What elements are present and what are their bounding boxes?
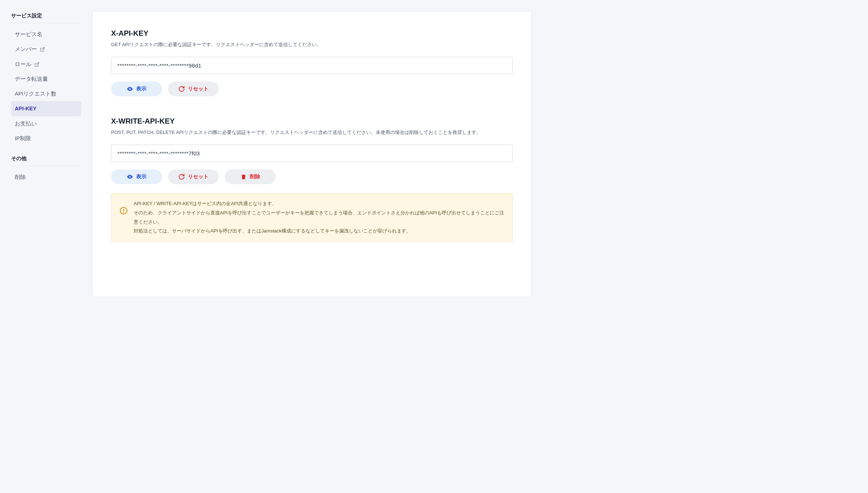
eye-icon — [127, 173, 133, 180]
sidebar-item-roles[interactable]: ロール — [11, 57, 81, 72]
api-key-value[interactable]: ********-****-****-****-********98d1 — [111, 57, 513, 74]
sidebar-item-label: API-KEY — [15, 105, 37, 112]
section-title-write-api-key: X-WRITE-API-KEY — [111, 117, 513, 125]
eye-icon — [127, 86, 133, 92]
svg-point-4 — [123, 212, 124, 213]
sidebar-item-label: メンバー — [15, 45, 37, 53]
api-key-buttons: 表示 リセット — [111, 82, 513, 96]
reset-write-api-key-button[interactable]: リセット — [168, 169, 219, 184]
sidebar-item-data-transfer[interactable]: データ転送量 — [11, 72, 81, 86]
refresh-icon — [178, 86, 185, 92]
button-label: 表示 — [136, 86, 147, 92]
sidebar-item-label: APIリクエスト数 — [15, 90, 56, 97]
warning-box: API-KEY / WRITE-API-KEYはサービス内の全API共通となりま… — [111, 193, 513, 242]
section-desc-write-api-key: POST, PUT, PATCH, DELETE APIリクエストの際に必要な認… — [111, 128, 513, 137]
write-api-key-value[interactable]: ********-****-****-****-********7f03 — [111, 145, 513, 162]
main-panel: X-API-KEY GET APIリクエストの際に必要な認証キーです。リクエスト… — [92, 11, 531, 297]
external-link-icon — [34, 62, 39, 67]
sidebar-item-label: データ転送量 — [15, 75, 48, 83]
warning-line-2: そのため、クライアントサイドから直接APIを呼び出すことでユーザーがキーを把握で… — [134, 208, 504, 227]
section-desc-api-key: GET APIリクエストの際に必要な認証キーです。リクエストヘッダーに含めて送信… — [111, 41, 513, 49]
show-write-api-key-button[interactable]: 表示 — [111, 169, 162, 184]
delete-write-api-key-button[interactable]: 削除 — [225, 169, 276, 184]
sidebar-item-api-key[interactable]: API-KEY — [11, 101, 81, 116]
svg-line-1 — [37, 62, 39, 65]
section-title-api-key: X-API-KEY — [111, 29, 513, 38]
sidebar-item-label: サービス名 — [15, 31, 42, 38]
sidebar-item-payment[interactable]: お支払い — [11, 116, 81, 131]
sidebar-item-api-requests[interactable]: APIリクエスト数 — [11, 86, 81, 101]
sidebar-group-title-other: その他 — [11, 155, 81, 166]
sidebar-item-label: 削除 — [15, 173, 26, 181]
warning-text: API-KEY / WRITE-API-KEYはサービス内の全API共通となりま… — [134, 199, 504, 236]
warning-icon — [120, 207, 128, 215]
warning-line-1: API-KEY / WRITE-API-KEYはサービス内の全API共通となりま… — [134, 199, 504, 208]
sidebar-group-title-service: サービス設定 — [11, 13, 81, 23]
warning-line-3: 対処法としては、サーバサイドからAPIを呼び出す、またはJamstack構成にす… — [134, 227, 504, 236]
button-label: 表示 — [136, 173, 147, 180]
sidebar-list-service: サービス名 メンバー ロール データ転送量 APIリクエスト数 — [11, 27, 81, 146]
section-api-key: X-API-KEY GET APIリクエストの際に必要な認証キーです。リクエスト… — [111, 29, 513, 96]
sidebar-item-delete[interactable]: 削除 — [11, 170, 81, 185]
sidebar: サービス設定 サービス名 メンバー ロール データ転送量 APIリク — [11, 11, 81, 297]
reset-api-key-button[interactable]: リセット — [168, 82, 219, 96]
sidebar-item-label: ロール — [15, 61, 31, 68]
sidebar-list-other: 削除 — [11, 170, 81, 185]
button-label: リセット — [188, 86, 209, 92]
refresh-icon — [178, 173, 185, 180]
trash-icon — [240, 173, 247, 180]
sidebar-item-label: お支払い — [15, 120, 37, 127]
sidebar-item-members[interactable]: メンバー — [11, 42, 81, 56]
svg-line-0 — [42, 48, 44, 50]
section-write-api-key: X-WRITE-API-KEY POST, PUT, PATCH, DELETE… — [111, 117, 513, 242]
button-label: リセット — [188, 173, 209, 180]
sidebar-item-service-name[interactable]: サービス名 — [11, 27, 81, 42]
sidebar-item-label: IP制限 — [15, 135, 31, 142]
show-api-key-button[interactable]: 表示 — [111, 82, 162, 96]
sidebar-item-ip-restriction[interactable]: IP制限 — [11, 131, 81, 146]
button-label: 削除 — [250, 173, 260, 180]
external-link-icon — [40, 46, 45, 52]
write-api-key-buttons: 表示 リセット 削除 — [111, 169, 513, 184]
